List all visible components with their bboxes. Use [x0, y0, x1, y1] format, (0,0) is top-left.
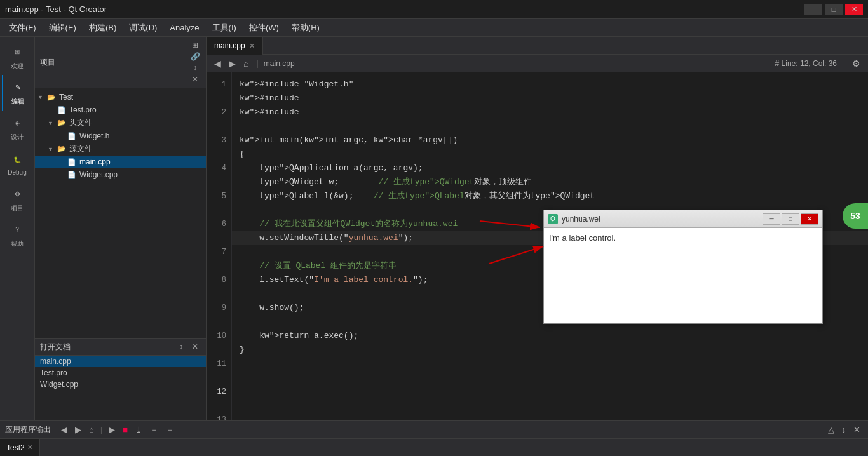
code-line-1: kw">#include "Widget.h" — [240, 77, 860, 91]
open-doc-label-testpro: Test.pro — [40, 368, 67, 377]
output-panel-expand2-btn[interactable]: ↕ — [839, 424, 849, 436]
popup-minimize-btn[interactable]: ─ — [763, 213, 780, 225]
nav-home-btn[interactable]: ⌂ — [241, 57, 251, 70]
open-docs-panel: 打开文档 ↕ ✕ main.cppTest.proWidget.cpp — [35, 338, 206, 420]
sidebar-icon-welcome[interactable]: ⊞欢迎 — [2, 39, 32, 75]
green-badge: 53 — [843, 203, 868, 229]
open-doc-label-maincpp: main.cpp — [40, 357, 71, 366]
menu-item-build[interactable]: 构建(B) — [83, 20, 123, 36]
debug-icon: 🐛 — [10, 152, 25, 167]
tree-item-sources[interactable]: ▼📂源文件 — [35, 142, 206, 156]
output-run-btn[interactable]: ▶ — [106, 424, 118, 436]
editor-tabs: main.cpp ✕ — [207, 37, 868, 55]
welcome-label: 欢迎 — [11, 62, 24, 70]
output-tab-test2[interactable]: Test2 ✕ — [0, 439, 40, 457]
open-docs-title: 打开文档 — [40, 342, 71, 352]
code-line-3: kw">#include — [240, 105, 860, 119]
output-panel-title: 应用程序输出 — [5, 424, 51, 435]
tree-label-root: Test — [59, 93, 73, 102]
line-num-9: 9 — [207, 301, 226, 315]
popup-content-text: I'm a label control. — [549, 233, 616, 243]
tab-maincpp[interactable]: main.cpp ✕ — [207, 37, 263, 55]
tree-icon-maincpp: 📄 — [67, 157, 77, 167]
tree-item-testpro[interactable]: 📄Test.pro — [35, 104, 206, 116]
output-tab-close[interactable]: ✕ — [27, 443, 33, 452]
sidebar-icon-project[interactable]: ⚙项目 — [2, 182, 32, 217]
menu-bar: 文件(F)编辑(E)构建(B)调试(D)Analyze工具(I)控件(W)帮助(… — [0, 19, 868, 37]
menu-item-controls[interactable]: 控件(W) — [243, 20, 285, 36]
tree-icon-widgeth: 📄 — [67, 131, 77, 141]
tree-arrow-root: ▼ — [37, 94, 46, 100]
close-button[interactable]: ✕ — [845, 4, 863, 15]
code-line-8: type">QWidget w; // 生成type">QWidget对象，顶级… — [240, 175, 860, 189]
nav-back-btn[interactable]: ◀ — [212, 57, 224, 70]
open-doc-item-maincpp[interactable]: main.cpp — [35, 356, 206, 367]
tree-icon-widgetcpp: 📄 — [67, 170, 77, 180]
toolbar-settings-btn[interactable]: ⚙ — [850, 57, 863, 70]
sidebar-icons: ⊞欢迎✎编辑◈设计🐛Debug⚙项目?帮助 — [0, 37, 35, 420]
menu-item-edit[interactable]: 编辑(E) — [43, 20, 83, 36]
tree-icon-root: 📂 — [46, 92, 57, 102]
project-filter-btn[interactable]: ⊞ — [189, 39, 201, 51]
output-scroll-btn[interactable]: ⤓ — [133, 424, 145, 436]
output-nav-fwd-btn[interactable]: ▶ — [72, 424, 84, 436]
tree-item-widgeth[interactable]: 📄Widget.h — [35, 130, 206, 142]
design-icon: ◈ — [10, 116, 25, 131]
menu-item-file[interactable]: 文件(F) — [3, 20, 43, 36]
output-minus-btn[interactable]: － — [163, 423, 177, 437]
output-panel-close-btn[interactable]: ✕ — [851, 424, 863, 436]
output-stop-btn[interactable]: ■ — [120, 424, 130, 436]
project-panel-title: 项目 — [40, 57, 55, 68]
open-doc-item-testpro[interactable]: Test.pro — [35, 367, 206, 379]
tree-icon-headers: 📂 — [57, 118, 67, 128]
line-num-8: 8 — [207, 273, 226, 287]
menu-item-analyze[interactable]: Analyze — [163, 20, 205, 35]
line-num-3: 3 — [207, 133, 226, 147]
minimize-button[interactable]: ─ — [804, 4, 822, 15]
menu-item-debug[interactable]: 调试(D) — [123, 20, 163, 36]
sidebar-icon-help[interactable]: ?帮助 — [2, 217, 32, 253]
tree-item-widgetcpp[interactable]: 📄Widget.cpp — [35, 168, 206, 181]
app-title: main.cpp - Test - Qt Creator — [5, 4, 107, 14]
line-num-4: 4 — [207, 161, 226, 175]
menu-item-tools[interactable]: 工具(I) — [206, 20, 243, 36]
window-controls: ─ □ ✕ — [804, 4, 863, 15]
open-docs-close-btn[interactable]: ✕ — [189, 341, 201, 352]
output-tabs: Test2 ✕ — [0, 439, 868, 456]
code-line-5: kw">int main(kw">int argc, kw">char *arg… — [240, 133, 860, 147]
tree-label-maincpp: main.cpp — [79, 158, 111, 166]
tree-item-headers[interactable]: ▼📂头文件 — [35, 116, 206, 130]
popup-close-btn[interactable]: ✕ — [801, 213, 818, 225]
maximize-button[interactable]: □ — [825, 4, 843, 15]
sidebar-icon-edit[interactable]: ✎编辑 — [2, 75, 32, 111]
project-header-tools: ⊞ 🔗 ↕ ✕ — [189, 39, 201, 85]
tab-close-icon[interactable]: ✕ — [249, 42, 255, 50]
tree-item-maincpp[interactable]: 📄main.cpp — [35, 156, 206, 168]
tree-item-root[interactable]: ▼📂Test — [35, 91, 206, 104]
output-home-btn[interactable]: ⌂ — [86, 424, 97, 436]
line-num-12: 12 — [207, 385, 226, 399]
edit-icon: ✎ — [10, 80, 25, 95]
output-plus-btn[interactable]: ＋ — [147, 423, 161, 437]
code-line-19: kw">return a.exec(); — [240, 329, 860, 343]
popup-maximize-btn[interactable]: □ — [782, 213, 799, 225]
project-expand-btn[interactable]: ↕ — [189, 62, 201, 74]
open-doc-label-widgetcpp: Widget.cpp — [40, 380, 78, 389]
tree-label-widgeth: Widget.h — [79, 131, 109, 140]
popup-titlebar: Q yunhua.wei ─ □ ✕ — [544, 210, 822, 228]
output-panel: 应用程序输出 ◀ ▶ ⌂ | ▶ ■ ⤓ ＋ － △ ↕ ✕ Test2 ✕ S… — [0, 420, 868, 456]
line-numbers: 1234567891011121314151617181920 — [207, 72, 232, 420]
open-doc-item-widgetcpp[interactable]: Widget.cpp — [35, 379, 206, 390]
line-col-display: # Line: 12, Col: 36 — [775, 59, 842, 68]
output-expand-btn[interactable]: △ — [825, 424, 837, 436]
project-link-btn[interactable]: 🔗 — [189, 51, 201, 62]
nav-fwd-btn[interactable]: ▶ — [226, 57, 238, 70]
project-close-btn[interactable]: ✕ — [189, 74, 201, 85]
menu-item-help[interactable]: 帮助(H) — [285, 20, 326, 36]
open-docs-expand-btn[interactable]: ↕ — [175, 341, 187, 352]
sidebar-icon-debug[interactable]: 🐛Debug — [2, 146, 32, 182]
tree-icon-sources: 📂 — [57, 144, 67, 154]
line-num-10: 10 — [207, 329, 226, 343]
output-nav-back-btn[interactable]: ◀ — [58, 424, 70, 436]
sidebar-icon-design[interactable]: ◈设计 — [2, 111, 32, 146]
